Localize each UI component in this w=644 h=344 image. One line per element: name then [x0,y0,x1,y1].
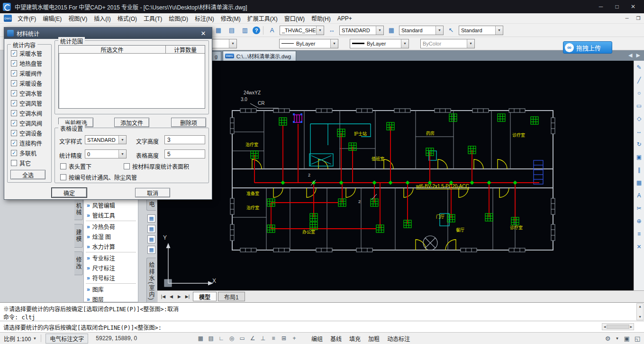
thickness-area-option[interactable]: ✓按材料厚度统计表面积 [124,162,189,170]
checkbox[interactable]: ✓ [60,174,66,180]
dyn-icon[interactable]: ⊥ [258,334,268,343]
menu-file[interactable]: 文件(F) [14,13,39,23]
chevron-down-icon[interactable]: ▼ [467,39,474,48]
palette-tab-electrical[interactable]: 电 [146,198,156,211]
checkbox[interactable]: ✓ [11,160,17,166]
rotate-icon[interactable]: ↻ [635,140,644,149]
lineweight-icon[interactable]: ≡ [269,334,278,343]
quickprop-icon[interactable]: ⊞ [279,334,289,343]
osnap-icon[interactable]: ▭ [237,334,247,343]
layers-icon[interactable]: ≡ [635,230,644,238]
drawing-canvas[interactable]: 治疗室 护士站 药房 诊疗室 值班室 准备室 治疗室 办公室 门厅 餐厅 诊疗室… [157,61,634,290]
checkbox-item[interactable]: ✓地热盘管 [11,59,42,67]
dialog-title-bar[interactable]: 材料统计 ✕ [4,28,212,39]
text-style-icon[interactable]: A [266,25,278,36]
chevron-down-icon[interactable]: ▼ [435,26,443,35]
dialog-text-style-combo[interactable]: STANDARD▼ [85,135,127,144]
menu-draw[interactable]: 绘图(D) [165,13,191,23]
copy-icon[interactable]: ▣ [635,153,644,161]
chevron-down-icon[interactable]: ▼ [229,39,236,48]
palette-tab-plumbing[interactable]: 给排水(室内) [146,258,156,305]
menu-item-hydraulic-calc[interactable]: »水力计算 [84,242,138,251]
hatch-icon[interactable]: ▦ [635,178,644,187]
checkbox[interactable]: ✓ [11,110,17,116]
scale-selector[interactable]: 比例 1:100 ▼ [4,335,36,343]
precision-combo[interactable]: 0▼ [85,149,127,158]
table-icon[interactable]: ▦ [213,25,224,36]
line-icon[interactable]: ╱ [635,76,644,84]
lineweight-combo[interactable]: ByLayer▼ [350,39,409,48]
add-file-button[interactable]: 添加文件 [114,118,149,127]
table-tool-icon[interactable]: ▦ [147,214,155,223]
tab-scroll-left-icon[interactable]: ◀ [628,52,632,58]
chevron-down-icon[interactable]: ▼ [118,136,126,144]
ortho-icon[interactable]: ∟ [217,334,226,343]
checkbox[interactable]: ✓ [11,80,17,86]
select-all-button[interactable]: 全选 [10,170,45,179]
drag-upload-button[interactable]: ∞ 拖拽上传 [563,41,612,54]
table-tool-icon[interactable]: ▦ [147,225,155,233]
scroll-thumb[interactable] [607,325,629,329]
checkbox-item[interactable]: ✓采暖阀件 [11,69,42,77]
erase-icon[interactable]: ✕ [635,242,644,251]
mdi-restore-button[interactable]: ❐ [633,16,644,21]
table-tool-icon[interactable]: ▦ [147,246,155,254]
palette-tab-xiugai[interactable]: 修改 [74,251,83,275]
menu-app-plus[interactable]: APP+ [334,14,355,23]
text-height-input[interactable]: 3 [164,135,205,144]
menu-dimension[interactable]: 标注(N) [191,13,218,23]
gear-icon[interactable]: ⚙ [605,335,611,342]
checkbox[interactable]: ✓ [11,140,17,146]
palette-tab-jianmo[interactable]: 建模 [74,224,83,248]
trim-icon[interactable]: ✂ [635,204,644,213]
tab-model[interactable]: 模型 [193,292,217,301]
offset-icon[interactable]: ∥ [635,166,644,174]
document-tab-partial[interactable]: g [211,51,221,61]
last-tab-icon[interactable]: ▶| [183,294,191,299]
menu-item-symbol-annotate[interactable]: »符号标注 [84,273,138,283]
menu-item-load-calc[interactable]: »冷热负荷 [84,222,138,232]
menu-tools[interactable]: 工具(T) [140,13,165,23]
menu-help[interactable]: 帮助(H) [308,13,334,23]
checkbox[interactable]: ✓ [11,100,17,106]
mleader-style-icon[interactable]: ↖ [445,25,457,36]
selected-files-table[interactable]: 所选文件 计算数量 [58,45,205,109]
next-tab-icon[interactable]: ▶ [175,294,183,299]
checkbox-item[interactable]: ✓连接构件 [11,139,42,147]
checkbox-item[interactable]: ✓其它 [11,159,31,167]
checkbox-item[interactable]: ✓采暖水管 [11,49,42,57]
chevron-down-icon[interactable]: ▼ [316,26,324,35]
polar-icon[interactable]: ◎ [227,334,236,343]
palette-tab-jixie[interactable]: 机械 [74,198,83,220]
table-edit-icon[interactable]: ▥ [239,25,251,36]
row-height-input[interactable]: 5 [164,149,205,158]
move-icon[interactable]: ↔ [635,127,644,136]
table-style-combo[interactable]: Standard▼ [399,26,444,35]
checkbox[interactable]: ✓ [11,50,17,56]
annotation-mode-button[interactable]: 电气标注文字 [45,334,88,344]
crosshair-icon[interactable]: + [290,334,299,343]
checkbox-item[interactable]: ✓多联机 [11,149,36,157]
menu-item-pipe-tools[interactable]: »管线工具 [84,210,138,220]
first-tab-icon[interactable]: |◀ [159,294,167,299]
checkbox[interactable]: ✓ [11,90,17,96]
checkbox-item[interactable]: ✓采暖设备 [11,79,42,87]
pencil-icon[interactable]: ✎ [635,63,644,72]
divide-icon[interactable]: ⊕ [635,217,644,225]
menu-item-dim-annotate[interactable]: »尺寸标注 [84,263,138,273]
table-tool-icon[interactable]: ▦ [147,235,155,243]
close-button[interactable]: ✕ [625,1,641,12]
prev-tab-icon[interactable]: ◀ [167,294,175,299]
header-bottom-option[interactable]: ✓表头置下 [60,162,91,170]
toggle-dynamic-dim[interactable]: 动态标注 [384,334,413,343]
menu-express[interactable]: 扩展工具(X) [244,13,281,23]
snap-icon[interactable]: ▤ [206,334,216,343]
toggle-group[interactable]: 编组 [308,334,326,343]
chevron-down-icon[interactable]: ▼ [495,26,503,35]
scroll-down-icon[interactable]: ▼ [639,315,641,319]
text-icon[interactable]: A [635,191,644,200]
circle-icon[interactable]: ○ [635,89,644,97]
chevron-down-icon[interactable]: ▼ [118,150,126,158]
checkbox[interactable]: ✓ [60,163,66,169]
dim-style-combo[interactable]: STANDARD▼ [339,26,384,35]
